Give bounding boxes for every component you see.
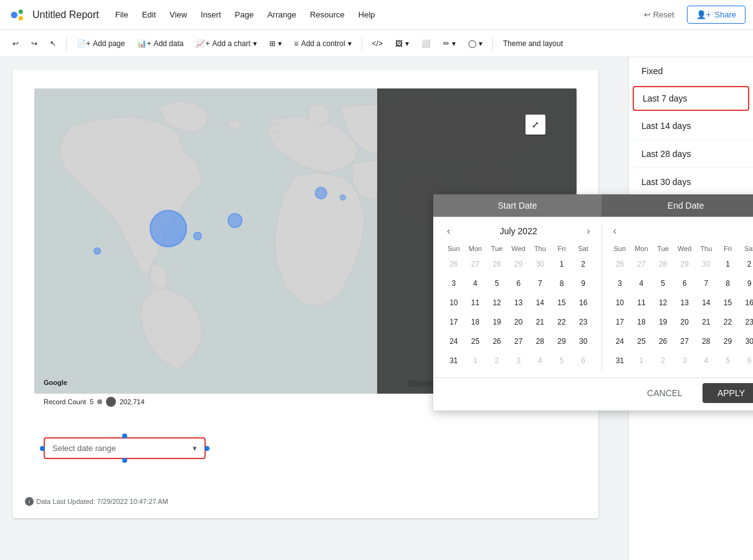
calendar-day[interactable]: 16 [741,294,753,311]
calendar-day[interactable]: 19 [655,313,672,331]
add-chart-button[interactable]: 📈+ Add a chart ▾ [191,36,261,51]
calendar-day[interactable]: 4 [698,352,715,369]
calendar-day[interactable]: 30 [575,333,592,350]
draw-button[interactable]: ✏ ▾ [438,36,461,51]
menu-resource[interactable]: Resource [304,7,351,22]
calendar-day[interactable]: 27 [676,333,693,350]
calendar-day[interactable]: 13 [676,294,693,311]
calendar-day[interactable]: 1 [719,255,737,273]
menu-insert[interactable]: Insert [194,7,228,22]
menu-file[interactable]: File [109,7,135,22]
calendar-day[interactable]: 28 [488,255,506,273]
calendar-day[interactable]: 20 [510,313,527,331]
menu-view[interactable]: View [163,7,193,22]
calendar-day[interactable]: 31 [445,352,463,369]
calendar-day[interactable]: 2 [575,255,592,273]
calendar-day[interactable]: 12 [488,294,506,311]
calendar-day[interactable]: 29 [553,333,570,350]
calendar-day[interactable]: 26 [488,333,506,350]
calendar-day[interactable]: 14 [698,294,715,311]
panel-item-last28[interactable]: Last 28 days [629,140,753,168]
calendar-day[interactable]: 18 [633,313,650,331]
apply-button[interactable]: APPLY [703,383,753,403]
frame-button[interactable]: ⬜ [416,36,436,51]
end-date-tab[interactable]: End Date [602,194,753,217]
calendar-day[interactable]: 22 [553,313,570,331]
calendar-day[interactable]: 1 [553,255,570,273]
cancel-button[interactable]: CANCEL [632,383,698,403]
menu-help[interactable]: Help [352,7,381,22]
start-date-tab[interactable]: Start Date [433,194,602,217]
add-page-button[interactable]: 📄+ Add page [72,36,130,51]
calendar-day[interactable]: 5 [553,352,570,369]
calendar-day[interactable]: 1 [633,352,650,369]
calendar-day[interactable]: 26 [445,255,463,273]
calendar-day[interactable]: 6 [741,352,753,369]
calendar-day[interactable]: 30 [698,255,715,273]
calendar-day[interactable]: 3 [611,275,628,292]
calendar-day[interactable]: 23 [741,313,753,331]
reset-button[interactable]: ↩ Reset [636,6,682,23]
calendar-day[interactable]: 3 [676,352,693,369]
calendar-day[interactable]: 27 [633,255,650,273]
calendar-day[interactable]: 30 [741,333,753,350]
add-control-button[interactable]: ≡ Add a control ▾ [289,36,357,51]
menu-arrange[interactable]: Arrange [261,7,302,22]
calendar-day[interactable]: 27 [466,255,484,273]
calendar-day[interactable]: 21 [698,313,715,331]
prev-month-button[interactable]: ‹ [443,224,454,238]
calendar-day[interactable]: 9 [741,275,753,292]
calendar-day[interactable]: 2 [741,255,753,273]
calendar-day[interactable]: 17 [611,313,628,331]
calendar-day[interactable]: 1 [466,352,484,369]
calendar-day[interactable]: 5 [488,275,506,292]
calendar-day[interactable]: 8 [719,275,737,292]
calendar-day[interactable]: 17 [445,313,463,331]
calendar-day[interactable]: 28 [698,333,715,350]
calendar-day[interactable]: 13 [510,294,527,311]
prev-right-month-button[interactable]: ‹ [610,224,620,238]
calendar-day[interactable]: 4 [633,275,650,292]
calendar-day[interactable]: 15 [719,294,737,311]
calendar-day[interactable]: 25 [466,333,484,350]
calendar-day[interactable]: 26 [611,255,628,273]
calendar-day[interactable]: 29 [510,255,527,273]
calendar-day[interactable]: 5 [655,275,672,292]
add-scorecard-button[interactable]: ⊞ ▾ [264,36,287,51]
calendar-day[interactable]: 18 [466,313,484,331]
calendar-day[interactable]: 15 [553,294,570,311]
calendar-day[interactable]: 5 [719,352,737,369]
calendar-day[interactable]: 25 [633,333,650,350]
menu-page[interactable]: Page [229,7,260,22]
cursor-button[interactable]: ↖ [45,36,61,51]
fullscreen-button[interactable]: ⤢ [525,115,545,135]
panel-item-last7[interactable]: Last 7 days [633,86,749,111]
calendar-day[interactable]: 28 [531,333,549,350]
calendar-day[interactable]: 3 [445,275,463,292]
calendar-day[interactable]: 30 [531,255,549,273]
calendar-day[interactable]: 26 [655,333,672,350]
image-button[interactable]: 🖼 ▾ [390,36,414,51]
filter-left-handle[interactable] [40,446,45,451]
next-right-month-button[interactable]: › [749,224,753,238]
calendar-day[interactable]: 7 [531,275,549,292]
panel-item-last14[interactable]: Last 14 days [629,112,753,140]
calendar-day[interactable]: 27 [510,333,527,350]
calendar-day[interactable]: 12 [655,294,672,311]
calendar-day[interactable]: 4 [531,352,549,369]
calendar-day[interactable]: 10 [445,294,463,311]
calendar-day[interactable]: 3 [510,352,527,369]
share-button[interactable]: 👤+ Share [687,6,746,24]
calendar-day[interactable]: 29 [719,333,737,350]
calendar-day[interactable]: 29 [676,255,693,273]
calendar-day[interactable]: 4 [466,275,484,292]
calendar-day[interactable]: 6 [510,275,527,292]
calendar-day[interactable]: 8 [553,275,570,292]
undo-button[interactable]: ↩ [7,36,24,51]
calendar-day[interactable]: 2 [488,352,506,369]
calendar-day[interactable]: 14 [531,294,549,311]
calendar-day[interactable]: 11 [633,294,650,311]
calendar-day[interactable]: 2 [655,352,672,369]
calendar-day[interactable]: 16 [575,294,592,311]
filter-right-handle[interactable] [204,446,209,451]
